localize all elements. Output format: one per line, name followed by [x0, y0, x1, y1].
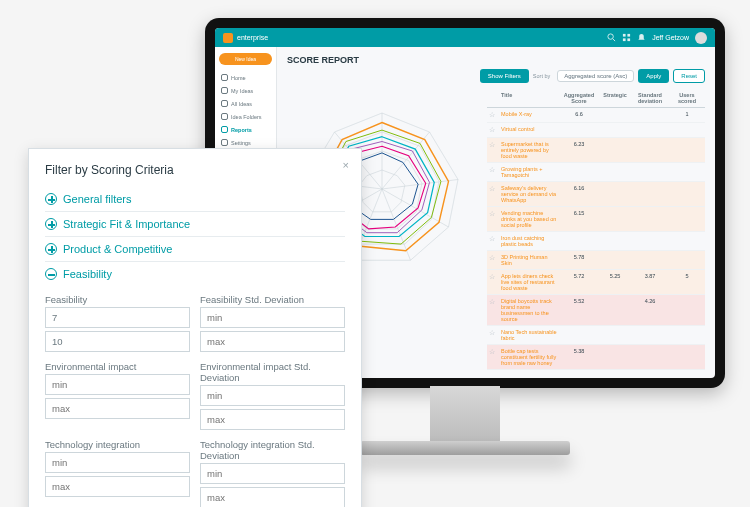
section-strategic[interactable]: Strategic Fit & Importance [45, 211, 345, 236]
star-icon[interactable]: ☆ [489, 273, 495, 280]
env-min-input[interactable] [45, 374, 190, 395]
table-row[interactable]: ☆Virtual control [487, 123, 705, 138]
row-users: 1 [669, 108, 705, 122]
row-users [669, 326, 705, 344]
sidebar-item-idea-folders[interactable]: Idea Folders [219, 110, 272, 123]
search-icon[interactable] [607, 33, 616, 42]
row-users [669, 345, 705, 369]
table-row[interactable]: ☆App lets diners check live sites of res… [487, 270, 705, 295]
star-icon[interactable]: ☆ [489, 348, 495, 355]
sidebar-item-label: All Ideas [231, 101, 252, 107]
tech-dev-label: Technology integration Std. Deviation [200, 439, 345, 461]
row-strategic [599, 182, 631, 206]
filter-modal: × Filter by Scoring Criteria General fil… [28, 148, 362, 507]
row-deviation [631, 207, 669, 231]
page-title: SCORE REPORT [287, 55, 705, 65]
row-users: 5 [669, 270, 705, 294]
toolbar-apply-button[interactable]: Apply [638, 69, 669, 83]
modal-title: Filter by Scoring Criteria [45, 163, 345, 177]
star-icon[interactable]: ☆ [489, 298, 495, 305]
sidebar-item-my-ideas[interactable]: My Ideas [219, 84, 272, 97]
row-title: App lets diners check live sites of rest… [499, 270, 559, 294]
row-strategic [599, 295, 631, 325]
env-max-input[interactable] [45, 398, 190, 419]
table-row[interactable]: ☆Digital boycotts track brand name busin… [487, 295, 705, 326]
section-product[interactable]: Product & Competitive [45, 236, 345, 261]
row-users [669, 123, 705, 137]
feasibility-dev-min-input[interactable] [200, 307, 345, 328]
grid-icon[interactable] [622, 33, 631, 42]
expand-icon [45, 243, 57, 255]
sidebar-item-label: My Ideas [231, 88, 253, 94]
star-icon[interactable]: ☆ [489, 166, 495, 173]
avatar[interactable] [695, 32, 707, 44]
star-icon[interactable]: ☆ [489, 141, 495, 148]
row-deviation [631, 251, 669, 269]
table-row[interactable]: ☆Iron dust catching plastic beads [487, 232, 705, 251]
star-icon[interactable]: ☆ [489, 254, 495, 261]
section-general[interactable]: General filters [45, 187, 345, 211]
svg-point-0 [608, 34, 613, 39]
star-icon[interactable]: ☆ [489, 111, 495, 118]
sidebar-item-reports[interactable]: Reports [219, 123, 272, 136]
row-deviation [631, 182, 669, 206]
row-score: 6.16 [559, 182, 599, 206]
star-icon[interactable]: ☆ [489, 185, 495, 192]
row-score: 5.72 [559, 270, 599, 294]
star-icon[interactable]: ☆ [489, 126, 495, 133]
section-feasibility[interactable]: Feasibility [45, 261, 345, 286]
col-users[interactable]: Users scored [669, 89, 705, 107]
col-score[interactable]: Aggregated Score [559, 89, 599, 107]
star-icon[interactable]: ☆ [489, 329, 495, 336]
row-strategic [599, 207, 631, 231]
env-dev-max-input[interactable] [200, 409, 345, 430]
row-deviation [631, 345, 669, 369]
feasibility-dev-max-input[interactable] [200, 331, 345, 352]
table-row[interactable]: ☆Nano Tech sustainable fabric [487, 326, 705, 345]
env-dev-min-input[interactable] [200, 385, 345, 406]
expand-icon [45, 218, 57, 230]
table-header: Title Aggregated Score Strategic Standar… [487, 89, 705, 108]
tech-max-input[interactable] [45, 476, 190, 497]
svg-rect-5 [628, 38, 631, 41]
row-users [669, 138, 705, 162]
row-title: Nano Tech sustainable fabric [499, 326, 559, 344]
row-title: Digital boycotts track brand name busine… [499, 295, 559, 325]
show-filters-button[interactable]: Show Filters [480, 69, 529, 83]
brand[interactable]: enterprise [223, 33, 268, 43]
col-deviation[interactable]: Standard deviation [631, 89, 669, 107]
nav-icon [221, 113, 228, 120]
col-strategic[interactable]: Strategic [599, 89, 631, 107]
tech-min-input[interactable] [45, 452, 190, 473]
feasibility-min-input[interactable] [45, 307, 190, 328]
new-idea-button[interactable]: New Idea [219, 53, 272, 65]
table-row[interactable]: ☆Safeway's delivery service on demand vi… [487, 182, 705, 207]
row-users [669, 207, 705, 231]
col-title[interactable]: Title [499, 89, 559, 107]
bell-icon[interactable] [637, 33, 646, 42]
svg-rect-3 [628, 34, 631, 37]
sidebar-item-all-ideas[interactable]: All Ideas [219, 97, 272, 110]
table-row[interactable]: ☆Vending machine drinks at you based on … [487, 207, 705, 232]
row-deviation [631, 108, 669, 122]
row-score [559, 123, 599, 137]
toolbar-reset-button[interactable]: Reset [673, 69, 705, 83]
table-row[interactable]: ☆Supermarket that is entirely powered by… [487, 138, 705, 163]
feasibility-max-input[interactable] [45, 331, 190, 352]
row-title: Growing plants + Tamagotchi [499, 163, 559, 181]
tech-dev-min-input[interactable] [200, 463, 345, 484]
user-name[interactable]: Jeff Getzow [652, 34, 689, 41]
sidebar-item-home[interactable]: Home [219, 71, 272, 84]
sort-select[interactable]: Aggregated score (Asc) [557, 70, 634, 82]
close-icon[interactable]: × [343, 159, 349, 171]
star-icon[interactable]: ☆ [489, 210, 495, 217]
tech-dev-max-input[interactable] [200, 487, 345, 507]
row-users [669, 295, 705, 325]
table-row[interactable]: ☆Mobile X-ray6.61 [487, 108, 705, 123]
table-row[interactable]: ☆3D Printing Human Skin5.78 [487, 251, 705, 270]
star-icon[interactable]: ☆ [489, 235, 495, 242]
row-score [559, 326, 599, 344]
table-row[interactable]: ☆Growing plants + Tamagotchi [487, 163, 705, 182]
row-score: 5.38 [559, 345, 599, 369]
table-row[interactable]: ☆Bottle cap tests constituent fertility … [487, 345, 705, 370]
